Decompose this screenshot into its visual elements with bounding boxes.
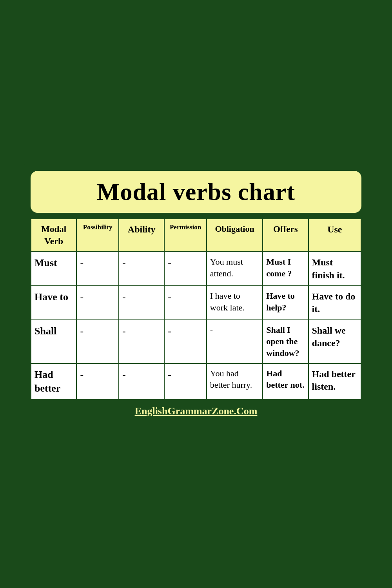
cell-offers-row3: Had better not. bbox=[263, 363, 308, 399]
header-ability: Ability bbox=[119, 219, 164, 252]
cell-ability-row1: - bbox=[119, 286, 164, 320]
header-offers: Offers bbox=[263, 219, 308, 252]
cell-use-row0: Must finish it. bbox=[309, 252, 361, 286]
cell-permission-row2: - bbox=[164, 320, 206, 363]
table-row: Must---You must attend.Must I come ?Must… bbox=[31, 252, 361, 286]
cell-modal-row0: Must bbox=[31, 252, 76, 286]
card: Modal verbs chart Modal Verb Possibility… bbox=[24, 164, 368, 424]
header-obligation: Obligation bbox=[207, 219, 263, 252]
cell-possibility-row0: - bbox=[76, 252, 118, 286]
header-use: Use bbox=[309, 219, 361, 252]
cell-possibility-row1: - bbox=[76, 286, 118, 320]
cell-ability-row0: - bbox=[119, 252, 164, 286]
cell-permission-row0: - bbox=[164, 252, 206, 286]
title-box: Modal verbs chart bbox=[31, 171, 361, 213]
cell-ability-row3: - bbox=[119, 363, 164, 399]
cell-obligation-row1: I have to work late. bbox=[207, 286, 263, 320]
cell-possibility-row3: - bbox=[76, 363, 118, 399]
cell-obligation-row3: You had better hurry. bbox=[207, 363, 263, 399]
header-modal-verb: Modal Verb bbox=[31, 219, 76, 252]
cell-offers-row2: Shall I open the window? bbox=[263, 320, 308, 363]
cell-use-row2: Shall we dance? bbox=[309, 320, 361, 363]
cell-modal-row3: Had better bbox=[31, 363, 76, 399]
cell-permission-row1: - bbox=[164, 286, 206, 320]
cell-obligation-row0: You must attend. bbox=[207, 252, 263, 286]
cell-offers-row0: Must I come ? bbox=[263, 252, 308, 286]
cell-offers-row1: Have to help? bbox=[263, 286, 308, 320]
cell-possibility-row2: - bbox=[76, 320, 118, 363]
footer-link[interactable]: EnglishGrammarZone.Com bbox=[31, 405, 361, 417]
table-row: Shall----Shall I open the window?Shall w… bbox=[31, 320, 361, 363]
header-possibility: Possibility bbox=[76, 219, 118, 252]
cell-permission-row3: - bbox=[164, 363, 206, 399]
table-row: Had better---You had better hurry.Had be… bbox=[31, 363, 361, 399]
cell-obligation-row2: - bbox=[207, 320, 263, 363]
cell-ability-row2: - bbox=[119, 320, 164, 363]
cell-modal-row2: Shall bbox=[31, 320, 76, 363]
modal-verbs-table: Modal Verb Possibility Ability Permissio… bbox=[31, 218, 361, 400]
table-row: Have to---I have to work late.Have to he… bbox=[31, 286, 361, 320]
cell-use-row3: Had better listen. bbox=[309, 363, 361, 399]
header-permission: Permission bbox=[164, 219, 206, 252]
cell-modal-row1: Have to bbox=[31, 286, 76, 320]
page-title: Modal verbs chart bbox=[34, 178, 358, 206]
cell-use-row1: Have to do it. bbox=[309, 286, 361, 320]
